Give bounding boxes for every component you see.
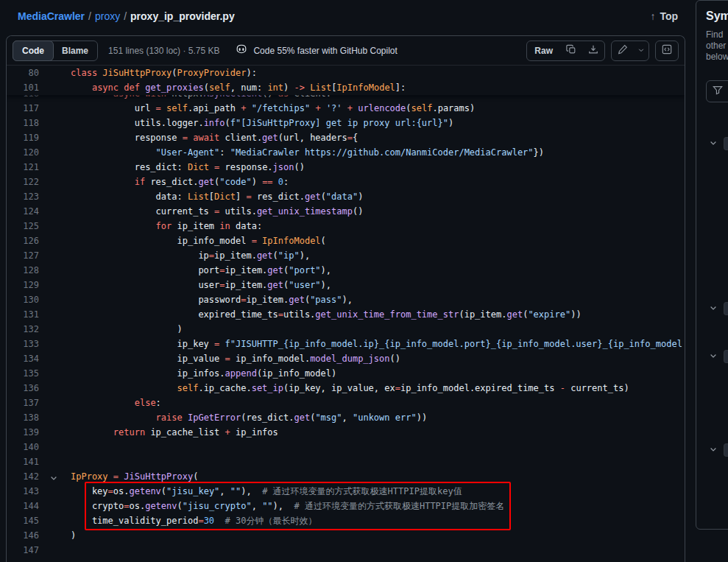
gutter	[39, 130, 71, 145]
line-number[interactable]: 121	[7, 160, 39, 175]
code-text: for ip_item in data:	[71, 219, 685, 233]
line-number[interactable]: 145	[7, 513, 39, 528]
copilot-icon	[236, 43, 247, 57]
code-text: ip_key = f"JISUHTTP_{ip_info_model.ip}_{…	[71, 337, 685, 351]
code-text: class JiSuHttpProxy(ProxyProvider):	[71, 66, 685, 80]
line-number[interactable]: 147	[7, 543, 39, 558]
line-number[interactable]: 101	[7, 80, 39, 95]
line-number[interactable]: 146	[7, 528, 39, 543]
line-number[interactable]: 124	[7, 204, 39, 219]
line-number[interactable]: 126	[7, 233, 39, 248]
gutter	[39, 469, 71, 484]
symbols-panel-title: Symbols	[706, 10, 728, 23]
gutter	[39, 80, 71, 95]
code-line: 145 time_validity_period=30 # 30分钟（最长时效）	[7, 513, 685, 528]
raw-button[interactable]: Raw	[527, 41, 560, 60]
tab-blame[interactable]: Blame	[53, 41, 97, 61]
line-number[interactable]: 131	[7, 307, 39, 322]
code-line: 123 data: List[Dict] = res_dict.get("dat…	[7, 189, 685, 204]
code-text: url = self.api_path + "/fetchips" + '?' …	[71, 101, 685, 116]
symbol-group-toggle[interactable]	[709, 137, 728, 150]
line-number[interactable]: 122	[7, 175, 39, 189]
code-text: if res_dict.get("code") == 0:	[71, 175, 685, 189]
code-line: 147	[7, 543, 685, 558]
up-arrow-icon: ↑	[650, 10, 655, 22]
scroll-to-top-button[interactable]: ↑ Top	[650, 10, 678, 22]
copilot-banner: Code 55% faster with GitHub Copilot	[236, 43, 397, 57]
line-number[interactable]: 80	[7, 66, 39, 80]
code-line: 120 "User-Agent": "MediaCrawler https://…	[7, 145, 685, 160]
line-number[interactable]: 138	[7, 410, 39, 425]
line-number[interactable]: 120	[7, 145, 39, 160]
line-number[interactable]: 144	[7, 499, 39, 513]
line-number[interactable]: 143	[7, 484, 39, 499]
line-number[interactable]: 134	[7, 351, 39, 366]
code-line: 117 url = self.api_path + "/fetchips" + …	[7, 101, 685, 116]
gutter	[39, 160, 71, 175]
copy-button[interactable]	[560, 41, 582, 60]
line-number[interactable]: 125	[7, 219, 39, 233]
line-number[interactable]: 137	[7, 396, 39, 410]
code-line: 126 ip_info_model = IpInfoModel(	[7, 233, 685, 248]
code-text: ip=ip_item.get("ip"),	[71, 248, 685, 263]
code-text: crypto=os.getenv("jisu_crypto", ""), # 通…	[71, 499, 685, 513]
edit-button[interactable]	[612, 41, 634, 60]
code-text: key=os.getenv("jisu_key", ""), # 通过环境变量的…	[71, 484, 685, 499]
chevron-down-icon	[709, 137, 718, 150]
chevron-down-icon	[637, 46, 645, 56]
symbol-group-toggle[interactable]	[709, 350, 728, 363]
code-line: 138 raise IpGetError(res_dict.get("msg",…	[7, 410, 685, 425]
line-number[interactable]: 141	[7, 454, 39, 469]
symbol-group-toggle[interactable]	[709, 443, 728, 457]
code-line: 132 )	[7, 322, 685, 337]
symbol-group-toggle[interactable]	[709, 302, 728, 315]
line-number[interactable]: 135	[7, 366, 39, 381]
line-number[interactable]: 136	[7, 381, 39, 396]
code-text	[71, 454, 685, 469]
code-text: ip_value = ip_info_model.model_dump_json…	[71, 351, 685, 366]
gutter	[39, 499, 71, 513]
download-button[interactable]	[582, 41, 604, 60]
breadcrumb-folder-link[interactable]: proxy	[95, 10, 120, 22]
line-number[interactable]: 133	[7, 337, 39, 351]
symbol-pill-fragment	[724, 350, 728, 363]
line-number[interactable]: 132	[7, 322, 39, 337]
line-number[interactable]: 117	[7, 101, 39, 116]
symbols-panel-icon	[662, 44, 672, 57]
download-icon	[588, 44, 598, 57]
chevron-down-icon	[709, 443, 718, 457]
symbols-description-line: Find	[706, 29, 728, 41]
code-text: return ip_cache_list + ip_infos	[71, 425, 685, 440]
gutter	[39, 116, 71, 130]
code-text: utils.logger.info(f"[JiSuHttpProxy] get …	[71, 116, 685, 130]
line-number[interactable]: 119	[7, 130, 39, 145]
gutter	[39, 263, 71, 278]
line-number[interactable]: 127	[7, 248, 39, 263]
code-text: user=ip_item.get("user"),	[71, 278, 685, 292]
gutter	[39, 322, 71, 337]
code-line: 118 utils.logger.info(f"[JiSuHttpProxy] …	[7, 116, 685, 130]
file-content-box: Code Blame 151 lines (130 loc) · 5.75 KB…	[6, 35, 685, 562]
line-number[interactable]: 140	[7, 440, 39, 454]
symbols-panel-toggle-button[interactable]	[655, 41, 679, 61]
code-line: 129 user=ip_item.get("user"),	[7, 278, 685, 292]
gutter	[39, 278, 71, 292]
line-number[interactable]: 130	[7, 292, 39, 307]
line-number[interactable]: 129	[7, 278, 39, 292]
code-line: 127 ip=ip_item.get("ip"),	[7, 248, 685, 263]
gutter	[39, 425, 71, 440]
line-number[interactable]: 142	[7, 469, 39, 484]
breadcrumb-repo-link[interactable]: MediaCrawler	[18, 10, 85, 22]
tab-code[interactable]: Code	[13, 41, 54, 61]
code-line: 131 expired_time_ts=utils.get_unix_time_…	[7, 307, 685, 322]
copy-icon	[566, 44, 576, 57]
line-number[interactable]: 139	[7, 425, 39, 440]
line-number[interactable]: 123	[7, 189, 39, 204]
edit-dropdown-button[interactable]	[634, 41, 649, 60]
symbols-filter-input[interactable]	[706, 80, 728, 102]
code-text	[71, 440, 685, 454]
line-number[interactable]: 128	[7, 263, 39, 278]
line-number[interactable]: 118	[7, 116, 39, 130]
pencil-icon	[618, 44, 628, 57]
toolbar-actions: Raw	[526, 41, 679, 61]
